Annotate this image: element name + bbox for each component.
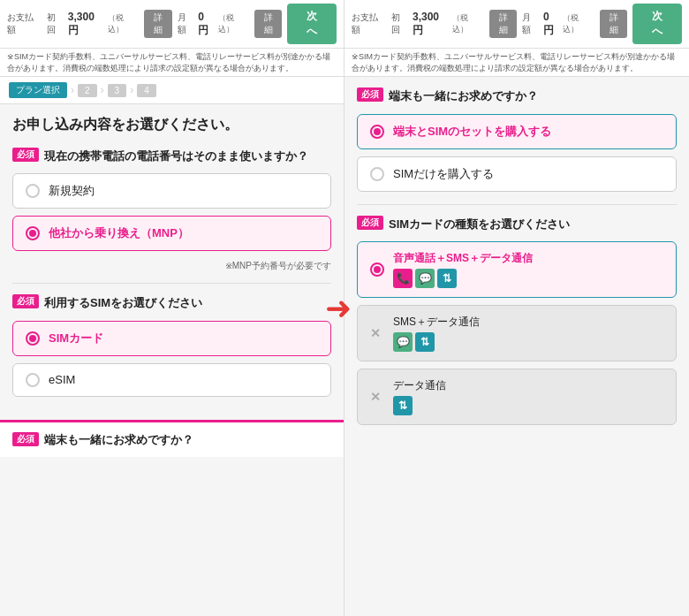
left-q1-dot-mnp [29,230,36,237]
right-q2-sms-label: SMS＋データ通信 [393,315,480,330]
left-q2-radio-sim [26,331,40,346]
right-q1-radio-set [370,125,384,139]
right-first-row: 初回 3,300円 （税込） [391,11,483,38]
left-divider1 [12,283,331,284]
right-q1-row: 必須 端末も一緒にお求めですか？ [357,87,677,105]
right-detail-button[interactable]: 詳細 [489,10,518,38]
right-notice: ※SIMカード契約手数料、ユニバーサルサービス料、電話リレーサービス料が別途かか… [344,49,689,77]
left-q2-dot-sim [29,335,36,342]
left-q2-option-esim[interactable]: eSIM [12,363,331,397]
step-arrow2: › [101,84,104,96]
left-q2-label-esim: eSIM [49,373,75,386]
left-first-tax: （税込） [108,12,139,35]
left-panel: お支払額 初回 3,300円 （税込） 詳細 月額 0円 （税込） 詳細 次へ … [0,0,344,616]
left-next-button[interactable]: 次へ [287,4,337,44]
right-q2-dot-voice [374,266,381,273]
left-first-label: 初回 [47,11,64,36]
left-detail-button2[interactable]: 詳細 [254,10,283,38]
right-next-button[interactable]: 次へ [632,4,682,44]
left-section-title: お申し込み内容をお選びください。 [12,115,331,134]
left-monthly-tax: （税込） [218,12,249,35]
right-q1-required: 必須 [357,87,383,102]
left-monthly-row: 月額 0円 （税込） [178,11,249,38]
left-q2-radio-esim [26,373,40,387]
right-q2-voice-content: 音声通話＋SMS＋データ通信 📞 💬 ⇅ [393,251,533,288]
data-icon: ⇅ [437,269,457,288]
left-q2-row: 必須 利用するSIMをお選びください [12,294,331,312]
right-detail-button2[interactable]: 詳細 [600,10,628,38]
right-q2-sms-x: ✕ [370,326,381,340]
right-q2-text: SIMカードの種類をお選びください [389,216,570,233]
left-bottom-bar: 必須 端末も一緒にお求めですか？ [0,420,344,458]
step1-label: プラン選択 [9,82,67,98]
step-arrow1: › [71,84,74,96]
right-q2-voice-label: 音声通話＋SMS＋データ通信 [393,251,533,266]
left-payment-label: お支払額 [7,11,42,36]
right-divider1 [357,204,677,205]
right-q1-text: 端末も一緒にお求めですか？ [389,87,538,105]
left-steps: プラン選択 › 2 › 3 › 4 [0,77,344,104]
right-q2-data-content: データ通信 ⇅ [393,378,446,415]
right-q2-voice-icons: 📞 💬 ⇅ [393,269,533,288]
right-first-tax: （税込） [452,12,483,35]
left-q2-section: 必須 利用するSIMをお選びください SIMカード eSIM [12,294,331,397]
right-first-price: 3,300円 [413,11,449,38]
sms-data-icon: ⇅ [415,332,435,352]
data-only-icon: ⇅ [393,396,413,415]
step4-label: 4 [137,84,156,97]
right-payment-label: お支払額 [352,11,386,36]
left-q1-options: 新規契約 他社から乗り換え（MNP） [12,173,331,251]
right-monthly-row: 月額 0円 （税込） [522,11,594,38]
left-notice: ※SIMカード契約手数料、ユニバーサルサービス料、電話リレーサービス料が別途かか… [0,49,344,77]
right-q2-data-x: ✕ [370,390,381,404]
left-detail-button[interactable]: 詳細 [144,10,172,38]
right-q2-option-sms: ✕ SMS＋データ通信 💬 ⇅ [357,305,677,361]
right-q2-required: 必須 [357,216,383,230]
right-monthly-price: 0円 [543,11,559,38]
left-q1-required: 必須 [12,148,39,162]
left-q2-required: 必須 [12,294,39,308]
phone-icon: 📞 [393,269,413,288]
left-q2-label-sim: SIMカード [49,331,103,346]
left-q2-text: 利用するSIMをお選びください [44,294,202,312]
step-arrow3: › [130,84,133,96]
sms-msg-icon: 💬 [393,332,413,352]
right-q2-data-label: データ通信 [393,378,446,393]
left-q1-text: 現在の携帯電話の電話番号はそのまま使いますか？ [44,148,308,165]
right-q1-radio-sim-only [370,167,384,181]
step3-label: 3 [108,84,127,97]
right-monthly-tax: （税込） [563,12,594,35]
left-q2-option-sim[interactable]: SIMカード [12,321,331,356]
right-q1-label-sim-only: SIMだけを購入する [393,166,494,182]
left-q2-options: SIMカード eSIM [12,321,331,397]
right-q2-row: 必須 SIMカードの種類をお選びください [357,216,677,233]
right-monthly-label: 月額 [522,11,540,36]
right-q1-option-set[interactable]: 端末とSIMのセットを購入する [357,114,677,149]
left-q1-option-new[interactable]: 新規契約 [12,173,331,209]
left-q1-radio-mnp [26,226,40,240]
right-q2-sms-icons: 💬 ⇅ [393,332,480,352]
left-q1-label-new: 新規契約 [49,183,95,199]
left-q1-row: 必須 現在の携帯電話の電話番号はそのまま使いますか？ [12,148,331,165]
left-bottom-required: 必須 [12,432,39,446]
right-panel: お支払額 初回 3,300円 （税込） 詳細 月額 0円 （税込） 詳細 次へ … [344,0,689,616]
right-q2-options: 音声通話＋SMS＋データ通信 📞 💬 ⇅ ✕ SMS＋データ通信 💬 ⇅ [357,241,677,425]
left-first-price: 3,300円 [68,11,104,38]
left-bottom-text: 端末も一緒にお求めですか？ [44,431,193,449]
right-q1-option-sim-only[interactable]: SIMだけを購入する [357,156,677,192]
left-q1-option-mnp[interactable]: 他社から乗り換え（MNP） [12,216,331,251]
right-q1-dot-set [374,128,381,135]
msg-icon: 💬 [415,269,435,288]
right-q2-sms-content: SMS＋データ通信 💬 ⇅ [393,315,480,352]
left-header: お支払額 初回 3,300円 （税込） 詳細 月額 0円 （税込） 詳細 次へ [0,0,344,49]
step1-item: プラン選択 [9,82,67,98]
right-q2-data-icons: ⇅ [393,396,446,415]
left-q1-note: ※MNP予約番号が必要です [12,260,331,272]
step2-label: 2 [78,84,97,97]
right-q2-option-data: ✕ データ通信 ⇅ [357,369,677,425]
right-header: お支払額 初回 3,300円 （税込） 詳細 月額 0円 （税込） 詳細 次へ [344,0,689,49]
right-content: 必須 端末も一緒にお求めですか？ 端末とSIMのセットを購入する SIMだけを購… [344,77,689,448]
right-arrow-icon: ➜ [325,290,352,327]
right-q2-option-voice[interactable]: 音声通話＋SMS＋データ通信 📞 💬 ⇅ [357,241,677,298]
left-monthly-price: 0円 [198,11,214,38]
